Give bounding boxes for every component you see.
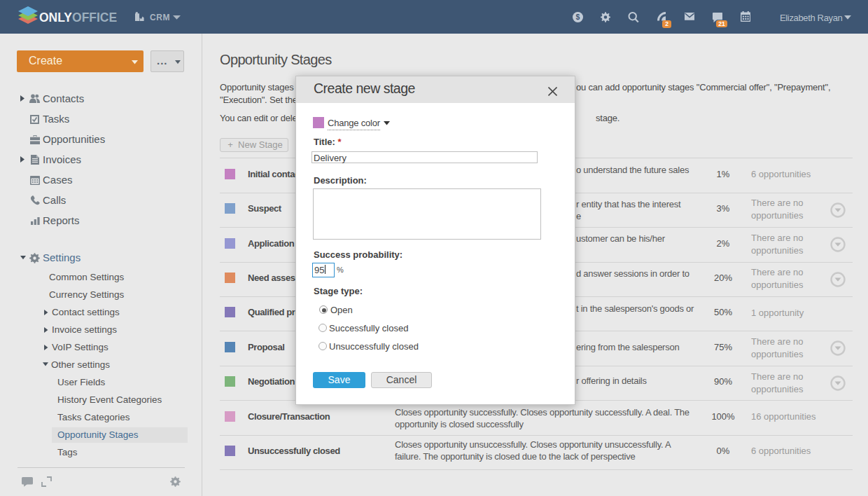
svg-text:$: $ bbox=[575, 13, 580, 21]
